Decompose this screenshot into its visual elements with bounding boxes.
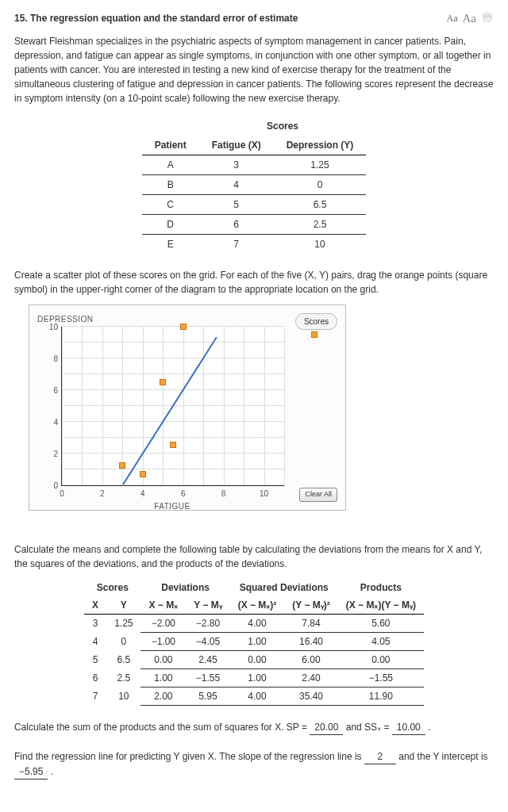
table-row: 56.50.002.450.006.000.00 — [84, 650, 424, 668]
x-axis-label: FATIGUE — [61, 500, 283, 512]
legend-scores[interactable]: Scores — [295, 313, 337, 330]
table-row: 7102.005.954.0035.4011.90 — [84, 687, 424, 705]
scores-table: Scores Patient Fatigue (X) Depression (Y… — [142, 117, 367, 254]
data-point[interactable] — [140, 471, 146, 477]
deviations-table: Scores Deviations Squared Deviations Pro… — [84, 579, 424, 706]
sp-answer[interactable]: 20.00 — [310, 720, 343, 735]
question-title: 15. The regression equation and the stan… — [14, 11, 298, 25]
legend-point-icon[interactable] — [311, 331, 318, 338]
scatter-instruction: Create a scatter plot of these scores on… — [14, 268, 494, 297]
font-size-small-button[interactable]: Aa — [447, 11, 458, 25]
table-row: C56.5 — [142, 194, 367, 214]
table-row: E710 — [142, 234, 367, 254]
data-point[interactable] — [170, 442, 176, 448]
regression-sentence: Find the regression line for predicting … — [14, 749, 494, 779]
table-row: D62.5 — [142, 214, 367, 234]
table-row: 40−1.00−4.051.0016.404.05 — [84, 632, 424, 650]
svg-rect-2 — [484, 17, 491, 21]
data-point[interactable] — [180, 324, 187, 330]
data-point[interactable] — [119, 462, 125, 469]
ssx-answer[interactable]: 10.00 — [392, 720, 425, 735]
clear-all-button[interactable]: Clear All — [299, 488, 337, 502]
font-size-large-button[interactable]: Aa — [463, 10, 477, 28]
table-row: 31.25−2.00−2.804.007.845.60 — [84, 614, 424, 632]
print-icon[interactable] — [481, 11, 494, 26]
intro-paragraph: Stewart Fleishman specializes in the psy… — [14, 34, 494, 105]
deviations-instruction: Calculate the means and complete the fol… — [14, 542, 494, 571]
svg-rect-1 — [484, 12, 491, 15]
sums-sentence: Calculate the sum of the products and th… — [14, 720, 494, 735]
y-axis-label: DEPRESSION — [37, 313, 337, 325]
toolbar: Aa Aa — [447, 10, 495, 28]
table-row: 62.51.00−1.551.002.40−1.55 — [84, 668, 424, 687]
table-row: A31.25 — [142, 155, 367, 174]
slope-answer[interactable]: 2 — [364, 749, 396, 764]
plot-grid[interactable]: 0 2 4 6 8 10 0 2 4 6 8 10 — [61, 327, 284, 486]
intercept-answer[interactable]: −5.95 — [14, 764, 48, 779]
table-row: B40 — [142, 174, 367, 194]
scatter-plot[interactable]: DEPRESSION 0 2 4 6 8 10 0 2 4 6 8 10 FAT… — [29, 304, 346, 511]
data-point[interactable] — [160, 379, 166, 385]
